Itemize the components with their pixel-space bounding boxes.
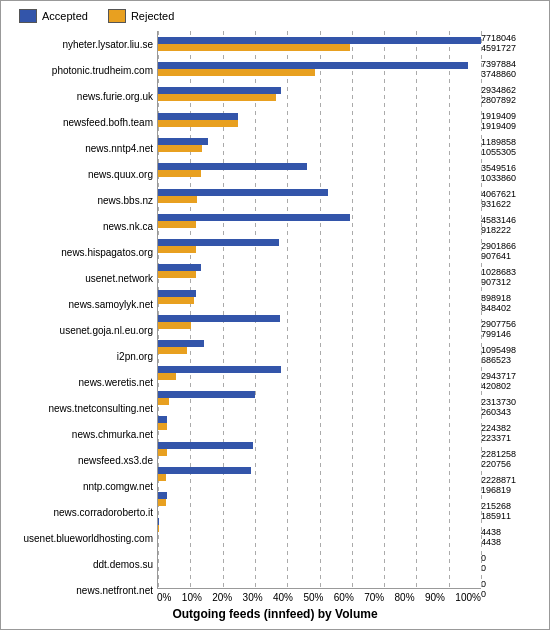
bar-rejected [158, 423, 167, 430]
bar-rejected [158, 246, 196, 253]
rejected-value: 799146 [481, 330, 541, 340]
legend-accepted-label: Accepted [42, 10, 88, 22]
bar-accepted [158, 442, 253, 449]
x-axis-label: 30% [243, 592, 263, 603]
bar-rejected [158, 69, 315, 76]
x-axis-labels: 0%10%20%30%40%50%60%70%80%90%100% [157, 592, 481, 603]
rejected-value: 1033860 [481, 174, 541, 184]
y-label: news.netfront.net [9, 581, 153, 599]
value-pair: 00 [481, 581, 541, 599]
chart-container: Accepted Rejected nyheter.lysator.liu.se… [0, 0, 550, 630]
chart-area: nyheter.lysator.liu.sephotonic.trudheim.… [9, 31, 541, 603]
rejected-value: 185911 [481, 512, 541, 522]
bar-accepted [158, 37, 481, 44]
bar-accepted [158, 492, 167, 499]
y-label: news.chmurka.net [9, 425, 153, 443]
legend-rejected: Rejected [108, 9, 174, 23]
y-label: news.quux.org [9, 165, 153, 183]
bar-row [158, 187, 481, 205]
bar-row [158, 212, 481, 230]
value-pair: 19194091919409 [481, 113, 541, 131]
y-label: news.corradoroberto.it [9, 503, 153, 521]
bar-rejected [158, 297, 194, 304]
value-pair: 35495161033860 [481, 165, 541, 183]
rejected-value: 196819 [481, 486, 541, 496]
rejected-value: 4591727 [481, 44, 541, 54]
bar-rejected [158, 347, 187, 354]
value-pair: 4583146918222 [481, 217, 541, 235]
bars-area [157, 31, 481, 589]
y-label: nntp.comgw.net [9, 477, 153, 495]
y-label: news.nk.ca [9, 217, 153, 235]
x-axis-label: 50% [303, 592, 323, 603]
bar-row [158, 389, 481, 407]
y-label: newsfeed.xs3.de [9, 451, 153, 469]
value-pair: 2313730260343 [481, 399, 541, 417]
bar-accepted [158, 315, 280, 322]
bar-row [158, 288, 481, 306]
bar-accepted [158, 366, 281, 373]
bar-row [158, 237, 481, 255]
rejected-value: 220756 [481, 460, 541, 470]
value-pair: 224382223371 [481, 425, 541, 443]
bar-row [158, 440, 481, 458]
y-label: nyheter.lysator.liu.se [9, 35, 153, 53]
value-pair: 215268185911 [481, 503, 541, 521]
bar-accepted [158, 290, 196, 297]
value-pair: 2228871196819 [481, 477, 541, 495]
bar-rejected [158, 271, 196, 278]
value-pair: 2907756799146 [481, 321, 541, 339]
bar-accepted [158, 87, 281, 94]
y-label: news.bbs.nz [9, 191, 153, 209]
bar-rejected [158, 44, 350, 51]
x-axis-label: 20% [212, 592, 232, 603]
y-label: news.hispagatos.org [9, 243, 153, 261]
y-label: news.samoylyk.net [9, 295, 153, 313]
bar-row [158, 414, 481, 432]
value-pair: 2281258220756 [481, 451, 541, 469]
bar-rejected [158, 196, 197, 203]
rejected-value: 223371 [481, 434, 541, 444]
bar-rejected [158, 322, 191, 329]
rejected-value: 848402 [481, 304, 541, 314]
y-label: usenet.goja.nl.eu.org [9, 321, 153, 339]
x-axis-label: 90% [425, 592, 445, 603]
value-pair: 00 [481, 555, 541, 573]
bar-accepted [158, 138, 208, 145]
rejected-value: 931622 [481, 200, 541, 210]
y-label: photonic.trudheim.com [9, 61, 153, 79]
x-axis-row: 0%10%20%30%40%50%60%70%80%90%100% [157, 592, 481, 603]
y-labels: nyheter.lysator.liu.sephotonic.trudheim.… [9, 31, 157, 603]
y-label: ddt.demos.su [9, 555, 153, 573]
x-axis-label: 10% [182, 592, 202, 603]
bar-accepted [158, 416, 167, 423]
rejected-value: 686523 [481, 356, 541, 366]
bar-rejected [158, 449, 167, 456]
y-label: news.weretis.net [9, 373, 153, 391]
y-label: usenet.network [9, 269, 153, 287]
rejected-value: 1919409 [481, 122, 541, 132]
bar-rejected [158, 170, 201, 177]
bar-rejected [158, 120, 238, 127]
x-axis-label: 60% [334, 592, 354, 603]
bar-accepted [158, 467, 251, 474]
value-pair: 11898581055305 [481, 139, 541, 157]
bar-row [158, 338, 481, 356]
legend: Accepted Rejected [9, 9, 541, 23]
bar-accepted [158, 391, 255, 398]
value-pair: 1095498686523 [481, 347, 541, 365]
bar-accepted [158, 340, 204, 347]
bar-row [158, 313, 481, 331]
rejected-value: 3748860 [481, 70, 541, 80]
bar-accepted [158, 62, 468, 69]
chart-title: Outgoing feeds (innfeed) by Volume [9, 607, 541, 621]
value-pair: 1028683907312 [481, 269, 541, 287]
y-label: news.tnetconsulting.net [9, 399, 153, 417]
x-axis-label: 70% [364, 592, 384, 603]
bar-rejected [158, 474, 166, 481]
rejected-value: 907312 [481, 278, 541, 288]
rejected-value: 2807892 [481, 96, 541, 106]
bar-row [158, 465, 481, 483]
value-pair: 2901866907641 [481, 243, 541, 261]
rejected-value: 260343 [481, 408, 541, 418]
